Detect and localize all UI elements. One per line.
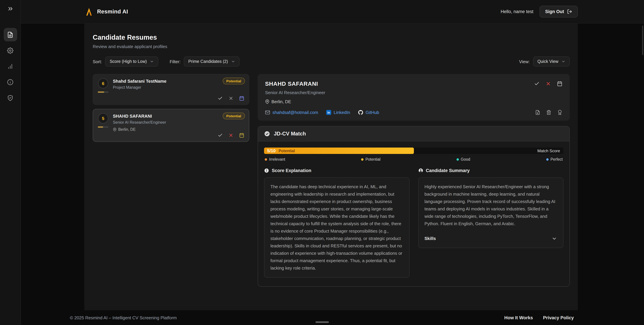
detail-name: SHAHD SAFARANI bbox=[265, 80, 325, 87]
candidate-card-top: 5 SHAHD SAFARANI Senior AI Researcher/En… bbox=[98, 113, 244, 131]
mail-icon bbox=[265, 110, 270, 115]
view-label: View: bbox=[519, 59, 530, 64]
detail-actions bbox=[534, 80, 562, 104]
candidate-card-selected[interactable]: 5 SHAHD SAFARANI Senior AI Researcher/En… bbox=[93, 109, 249, 142]
check-circle-icon bbox=[264, 131, 270, 137]
topbar: Resmind AI Hello, name test Sign Out bbox=[21, 0, 644, 24]
candidate-detail: SHAHD SAFARANI Senior AI Researcher/Engi… bbox=[258, 74, 570, 287]
brand: Resmind AI bbox=[85, 7, 128, 16]
sidebar-item-analytics[interactable] bbox=[4, 60, 17, 73]
award-icon bbox=[557, 110, 562, 115]
github-link[interactable]: GitHub bbox=[358, 110, 379, 115]
view-select[interactable]: Quick View bbox=[533, 57, 570, 67]
sidebar-nav bbox=[4, 28, 17, 105]
email-link[interactable]: shahdsaf@hotmail.com bbox=[265, 110, 318, 115]
candidate-card[interactable]: 6 Shahd Safarani TestName Project Manage… bbox=[93, 74, 249, 105]
delete-button[interactable] bbox=[546, 110, 551, 115]
chevron-down-icon bbox=[150, 60, 154, 64]
check-icon bbox=[218, 96, 223, 101]
approve-button[interactable] bbox=[218, 133, 223, 138]
sidebar-item-resumes[interactable] bbox=[4, 28, 17, 41]
legend-label: Good bbox=[461, 157, 470, 161]
approve-button[interactable] bbox=[218, 96, 223, 101]
chevron-down-icon bbox=[231, 60, 235, 64]
candidate-actions bbox=[218, 133, 244, 138]
double-chevron-right-icon bbox=[7, 5, 14, 12]
reject-button[interactable] bbox=[228, 133, 234, 138]
legend-item-good: Good bbox=[456, 157, 470, 161]
topbar-right: Hello, name test Sign Out bbox=[500, 6, 578, 18]
calendar-icon bbox=[239, 96, 244, 101]
score-progress-fill bbox=[98, 91, 104, 93]
jd-cv-match-header: JD-CV Match bbox=[258, 126, 570, 142]
sidebar-expand-button[interactable] bbox=[4, 2, 17, 16]
candidate-card-top: 6 Shahd Safarani TestName Project Manage… bbox=[98, 78, 244, 93]
candidate-score-block: 5 bbox=[98, 113, 108, 131]
status-badge: Potential bbox=[222, 113, 245, 119]
shield-check-icon bbox=[7, 95, 14, 101]
sort-value: Score (High to Low) bbox=[110, 59, 147, 64]
candidate-summary-header: Candidate Summary bbox=[418, 168, 563, 173]
detail-header-row: SHAHD SAFARANI Senior AI Researcher/Engi… bbox=[265, 80, 562, 104]
reject-button[interactable] bbox=[228, 96, 234, 101]
linkedin-icon: in bbox=[326, 110, 331, 115]
legend-label: Potential bbox=[366, 157, 380, 161]
candidate-summary-title: Candidate Summary bbox=[426, 168, 470, 173]
legend-item-potential: Potential bbox=[361, 157, 380, 161]
candidate-role: Senior AI Researcher/Engineer bbox=[113, 120, 244, 124]
footer-link-privacy-policy[interactable]: Privacy Policy bbox=[543, 315, 574, 320]
sign-out-label: Sign Out bbox=[545, 9, 564, 14]
page-subtitle: Review and evaluate applicant profiles bbox=[93, 44, 570, 49]
trash-icon bbox=[546, 110, 551, 115]
candidate-list: 6 Shahd Safarani TestName Project Manage… bbox=[93, 74, 249, 142]
jd-cv-match-card: JD-CV Match 5/10 Potential Match Score bbox=[258, 126, 570, 287]
copyright-text: © 2025 Resmind AI – Intelligent CV Scree… bbox=[70, 315, 177, 320]
score-explanation-header: Score Explanation bbox=[264, 168, 409, 173]
app-root: Resmind AI Hello, name test Sign Out Can… bbox=[0, 0, 644, 325]
candidate-score-block: 6 bbox=[98, 78, 108, 93]
approve-button[interactable] bbox=[534, 81, 540, 86]
skills-toggle[interactable]: Skills bbox=[424, 234, 557, 242]
legend-dot bbox=[361, 158, 364, 160]
candidate-role: Project Manager bbox=[113, 85, 244, 89]
sign-out-button[interactable]: Sign Out bbox=[540, 6, 578, 18]
chevron-down-icon bbox=[552, 236, 557, 241]
location-pin-icon bbox=[113, 128, 116, 131]
github-icon bbox=[358, 110, 363, 115]
scrollbar-thumb[interactable] bbox=[642, 26, 643, 55]
legend-item-irrelevant: Irrelevant bbox=[265, 157, 285, 161]
location-pin-icon bbox=[265, 100, 270, 104]
user-icon bbox=[418, 168, 423, 173]
github-label: GitHub bbox=[366, 110, 379, 115]
filter-select[interactable]: Prime Candidates (2) bbox=[184, 57, 239, 67]
sidebar-item-settings[interactable] bbox=[4, 44, 17, 57]
status-badge: Potential bbox=[222, 78, 245, 84]
score-progress-bar bbox=[98, 126, 108, 128]
contact-links: shahdsaf@hotmail.com in LinkedIn GitHub bbox=[265, 110, 379, 115]
document-icon bbox=[7, 32, 14, 38]
greeting-text: Hello, name test bbox=[500, 9, 533, 14]
schedule-button[interactable] bbox=[239, 96, 244, 101]
bar-chart-icon bbox=[7, 63, 14, 69]
check-icon bbox=[534, 81, 540, 86]
candidate-summary-box: Highly experienced Senior AI Researcher/… bbox=[418, 177, 563, 248]
score-circle: 6 bbox=[98, 78, 108, 88]
award-button[interactable] bbox=[557, 110, 562, 115]
sort-select[interactable]: Score (High to Low) bbox=[105, 57, 158, 67]
match-score-band: Potential bbox=[279, 149, 295, 153]
candidate-location: Berlin, DE bbox=[113, 127, 244, 131]
gear-icon bbox=[7, 47, 14, 54]
detail-tools bbox=[535, 110, 562, 115]
sidebar-item-security[interactable] bbox=[4, 91, 17, 105]
download-resume-button[interactable] bbox=[535, 110, 540, 115]
detail-location-text: Berlin, DE bbox=[272, 99, 291, 104]
reject-button[interactable] bbox=[546, 81, 551, 86]
footer: © 2025 Resmind AI – Intelligent CV Scree… bbox=[21, 310, 644, 325]
schedule-button[interactable] bbox=[557, 81, 562, 86]
sidebar-item-info[interactable] bbox=[4, 75, 17, 89]
schedule-button[interactable] bbox=[239, 133, 244, 138]
chevron-down-icon bbox=[561, 60, 566, 64]
footer-link-how-it-works[interactable]: How It Works bbox=[504, 315, 533, 320]
linkedin-link[interactable]: in LinkedIn bbox=[326, 110, 350, 115]
detail-role: Senior AI Researcher/Engineer bbox=[265, 90, 325, 95]
